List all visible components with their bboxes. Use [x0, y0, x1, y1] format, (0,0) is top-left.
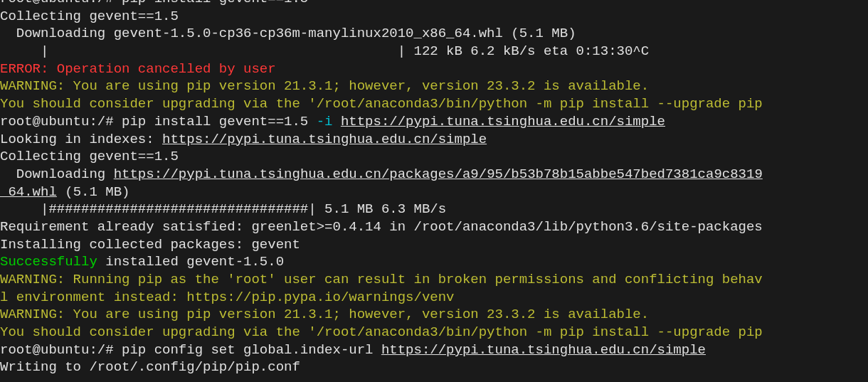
success-word: Successfully: [0, 254, 97, 270]
collecting-line: Collecting gevent==1.5: [0, 8, 868, 26]
success-rest: installed gevent-1.5.0: [97, 254, 284, 270]
warning-version-line-1: WARNING: You are using pip version 21.3.…: [0, 306, 868, 324]
downloading-prefix: Downloading: [0, 166, 114, 182]
flag-text: -i: [317, 114, 333, 129]
size-suffix: (5.1 MB): [57, 184, 130, 200]
downloading-line-2: Downloading https://pypi.tuna.tsinghua.e…: [0, 166, 868, 184]
success-line: Successfully installed gevent-1.5.0: [0, 253, 868, 271]
progress-line: | | 122 kB 6.2 kB/s eta 0:13:30^C: [0, 43, 868, 60]
prompt-line-mirror: root@ubuntu:/# pip install gevent==1.5 -…: [0, 113, 868, 131]
package-url: https://pypi.tuna.tsinghua.edu.cn/packag…: [114, 166, 763, 182]
error-line: ERROR: Operation cancelled by user: [0, 60, 868, 78]
space: [333, 114, 341, 129]
terminal-output[interactable]: root@ubuntu:/# pip install gevent==1.5 C…: [0, 0, 868, 376]
warning-root-line-1: WARNING: Running pip as the 'root' user …: [0, 271, 868, 289]
prompt-text: root@ubuntu:/# pip install gevent==1.5: [0, 114, 317, 129]
config-url: https://pypi.tuna.tsinghua.edu.cn/simple: [381, 342, 706, 358]
warning-root-line-2: l environment instead: https://pip.pypa.…: [0, 289, 868, 307]
prompt-line-partial: root@ubuntu:/# pip install gevent==1.5: [0, 0, 868, 8]
looking-prefix: Looking in indexes:: [0, 132, 162, 147]
looking-indexes-line: Looking in indexes: https://pypi.tuna.ts…: [0, 131, 868, 149]
installing-line: Installing collected packages: gevent: [0, 236, 868, 254]
downloading-line-3: _64.whl (5.1 MB): [0, 184, 868, 201]
progress-complete-line: |################################| 5.1 M…: [0, 201, 868, 218]
writing-line: Writing to /root/.config/pip/pip.conf: [0, 359, 868, 376]
prompt-config-line: root@ubuntu:/# pip config set global.ind…: [0, 341, 868, 359]
downloading-line: Downloading gevent-1.5.0-cp36-cp36m-many…: [0, 25, 868, 43]
warning-version-line-2: You should consider upgrading via the '/…: [0, 324, 868, 341]
warning-line-1: WARNING: You are using pip version 21.3.…: [0, 78, 868, 95]
collecting-line-2: Collecting gevent==1.5: [0, 148, 868, 166]
warning-line-2: You should consider upgrading via the '/…: [0, 95, 868, 113]
index-url: https://pypi.tuna.tsinghua.edu.cn/simple: [162, 132, 487, 147]
package-url-cont: _64.whl: [0, 184, 57, 200]
config-prompt: root@ubuntu:/# pip config set global.ind…: [0, 342, 381, 358]
requirement-line: Requirement already satisfied: greenlet>…: [0, 218, 868, 236]
mirror-url: https://pypi.tuna.tsinghua.edu.cn/simple: [341, 114, 665, 129]
